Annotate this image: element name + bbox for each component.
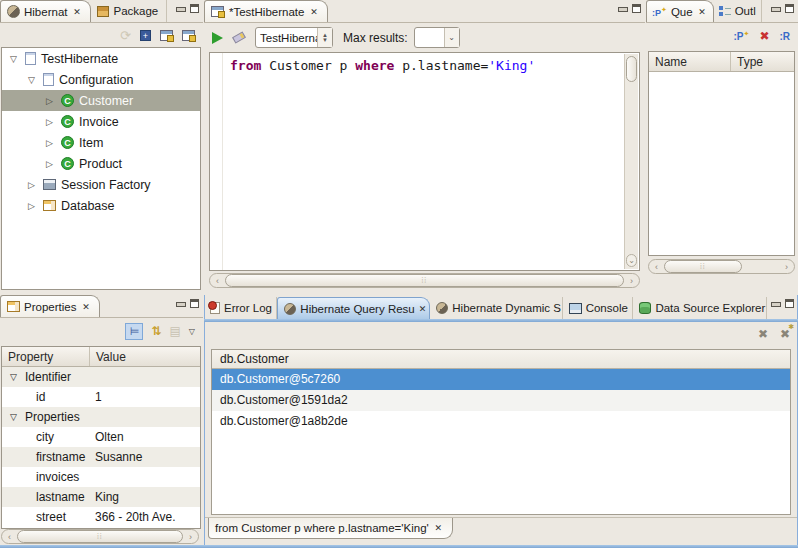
property-row-lastname[interactable]: lastname King (2, 487, 200, 507)
sort-properties-icon[interactable] (151, 324, 161, 338)
column-header-type[interactable]: Type (731, 52, 794, 71)
tree-item-label: Session Factory (61, 178, 151, 192)
spinner-icon[interactable]: ▲▼ (317, 28, 332, 47)
minimize-icon[interactable] (618, 4, 627, 13)
minimize-icon[interactable] (176, 4, 185, 13)
clear-editor-icon[interactable] (232, 31, 246, 43)
expand-arrow-icon[interactable] (43, 159, 56, 169)
parameters-table: Name Type (648, 51, 795, 256)
column-header-property[interactable]: Property (2, 347, 90, 366)
tab-data-source-explorer[interactable]: Data Source Explorer (633, 297, 767, 319)
scroll-left-icon[interactable] (2, 532, 17, 542)
column-header-name[interactable]: Name (649, 52, 731, 71)
results-column-header[interactable]: db.Customer (212, 350, 790, 369)
editor-horizontal-scrollbar[interactable] (209, 273, 640, 288)
expand-arrow-icon[interactable] (25, 201, 38, 211)
tree-item-invoice[interactable]: Invoice (2, 111, 200, 132)
expand-arrow-icon[interactable] (25, 75, 38, 85)
tab-properties[interactable]: Properties (0, 295, 100, 317)
parameters-horizontal-scrollbar[interactable] (648, 259, 795, 274)
maximize-icon[interactable] (785, 299, 794, 308)
scrollbar-thumb[interactable] (225, 274, 624, 287)
toggle-parameters-icon[interactable] (779, 31, 790, 42)
tab-hibernate-configurations[interactable]: Hibernat (0, 0, 91, 22)
result-row[interactable]: db.Customer@5c7260 (212, 369, 790, 390)
scroll-left-icon[interactable] (649, 262, 664, 272)
tab-package-explorer[interactable]: Package (91, 0, 167, 22)
tree-item-session-factory[interactable]: Session Factory (2, 174, 200, 195)
scrollbar-thumb[interactable] (17, 530, 183, 543)
tree-item-customer[interactable]: Customer (2, 90, 200, 111)
property-row-properties[interactable]: ▽Properties (2, 407, 200, 427)
minimize-icon[interactable] (771, 299, 780, 308)
close-all-query-pages-icon[interactable] (780, 327, 790, 341)
tab-testhibernate-editor[interactable]: *TestHibernate (204, 0, 328, 22)
tab-hibernate-dynamic-sql[interactable]: Hibernate Dynamic S (430, 297, 562, 319)
tab-outline[interactable]: Outl (714, 0, 762, 22)
view-menu-icon[interactable] (189, 327, 195, 336)
scroll-down-icon[interactable] (626, 254, 637, 267)
close-query-page-icon[interactable] (758, 327, 768, 341)
maximize-icon[interactable] (632, 4, 641, 13)
tab-query-parameters[interactable]: Que (646, 0, 714, 22)
expand-arrow-icon[interactable] (25, 180, 38, 190)
expand-arrow-icon[interactable] (7, 54, 20, 64)
tab-console[interactable]: Console (563, 297, 634, 319)
tab-error-log[interactable]: Error Log (204, 297, 277, 319)
minimize-icon[interactable] (771, 4, 780, 13)
property-row-id[interactable]: id 1 (2, 387, 200, 407)
property-row-invoices[interactable]: invoices (2, 467, 200, 487)
close-icon[interactable] (433, 523, 444, 533)
minimize-icon[interactable] (176, 299, 185, 308)
scrollbar-thumb[interactable] (664, 260, 742, 273)
close-icon[interactable] (71, 7, 82, 17)
property-row-identifier[interactable]: ▽Identifier (2, 367, 200, 387)
configuration-combo[interactable]: TestHiberna ▲▼ (255, 27, 333, 48)
expand-arrow-icon[interactable]: ▽ (7, 412, 20, 422)
chevron-down-icon[interactable]: ⌄ (444, 28, 459, 47)
column-header-value[interactable]: Value (90, 347, 200, 366)
expand-arrow-icon[interactable]: ▽ (7, 372, 20, 382)
expand-arrow-icon[interactable] (43, 117, 56, 127)
max-results-combo[interactable]: ⌄ (414, 27, 460, 48)
editor-vertical-scrollbar[interactable] (624, 54, 638, 269)
tree-item-testhibernate[interactable]: TestHibernate (2, 48, 200, 69)
close-icon[interactable] (308, 7, 319, 17)
show-categories-icon[interactable] (125, 323, 143, 340)
tab-hibernate-query-results[interactable]: Hibernate Query Resu (277, 297, 430, 319)
properties-horizontal-scrollbar[interactable] (1, 529, 199, 544)
expand-arrow-icon[interactable] (43, 138, 56, 148)
view-window-buttons (172, 299, 203, 313)
close-icon[interactable] (80, 302, 91, 312)
tree-item-item[interactable]: Item (2, 132, 200, 153)
collapse-all-icon[interactable] (140, 30, 151, 41)
maximize-icon[interactable] (190, 299, 199, 308)
result-row[interactable]: db.Customer@1591da2 (212, 390, 790, 411)
editor-text-area[interactable]: from Customer p where p.lastname='King' (209, 52, 640, 271)
property-row-firstname[interactable]: firstname Susanne (2, 447, 200, 467)
open-hql-editor-icon[interactable] (160, 30, 173, 41)
tree-item-product[interactable]: Product (2, 153, 200, 174)
property-row-city[interactable]: city Olten (2, 427, 200, 447)
tree-item-database[interactable]: Database (2, 195, 200, 216)
scroll-right-icon[interactable] (624, 276, 639, 286)
result-row[interactable]: db.Customer@1a8b2de (212, 411, 790, 432)
scroll-right-icon[interactable] (183, 532, 198, 542)
tree-item-configuration[interactable]: Configuration (2, 69, 200, 90)
add-parameter-icon[interactable] (734, 30, 750, 42)
maximize-icon[interactable] (785, 4, 794, 13)
scrollbar-thumb[interactable] (626, 56, 637, 82)
remove-parameter-icon[interactable] (759, 29, 769, 43)
run-query-icon[interactable] (212, 32, 223, 44)
close-icon[interactable] (697, 7, 708, 17)
scroll-right-icon[interactable] (779, 262, 794, 272)
maximize-icon[interactable] (190, 4, 199, 13)
scroll-left-icon[interactable] (210, 276, 225, 286)
open-criteria-editor-icon[interactable] (182, 30, 195, 41)
close-icon[interactable] (419, 304, 427, 314)
result-page-tab[interactable]: from Customer p where p.lastname='King' (208, 518, 453, 539)
expand-arrow-icon[interactable] (43, 96, 56, 106)
hibernate-icon (7, 5, 20, 18)
property-row-street[interactable]: street 366 - 20th Ave. (2, 507, 200, 527)
hql-query-line[interactable]: from Customer p where p.lastname='King' (230, 58, 535, 73)
